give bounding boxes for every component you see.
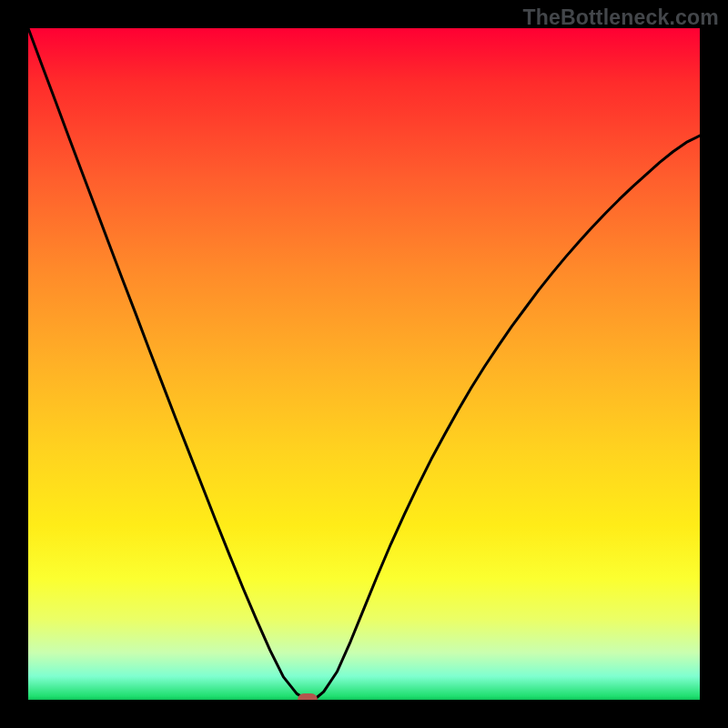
plot-area <box>28 28 700 700</box>
bottleneck-curve <box>28 28 700 700</box>
minimum-marker <box>298 693 318 700</box>
watermark-text: TheBottleneck.com <box>522 5 719 30</box>
curve-svg <box>28 28 700 700</box>
chart-frame: TheBottleneck.com <box>0 0 728 728</box>
